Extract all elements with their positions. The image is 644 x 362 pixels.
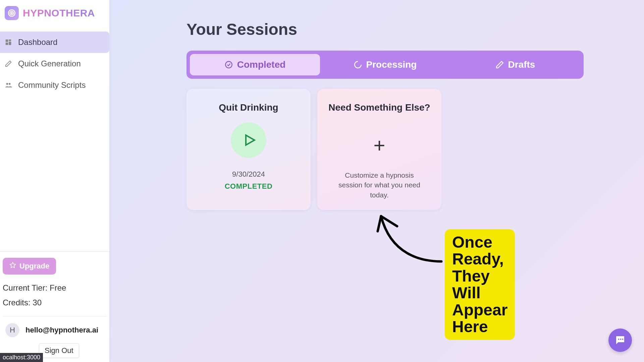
svg-point-11 — [620, 339, 622, 340]
svg-rect-6 — [6, 43, 8, 45]
annotation-label: Once Ready, They Will Appear Here — [445, 229, 515, 340]
session-status: COMPLETED — [225, 182, 273, 191]
chat-icon — [614, 334, 626, 346]
pencil-icon — [5, 60, 12, 67]
signout-button[interactable]: Sign Out — [39, 343, 79, 358]
tab-label: Completed — [237, 59, 286, 70]
sidebar-nav: Dashboard Quick Generation Community Scr… — [0, 28, 109, 96]
chat-button[interactable] — [608, 328, 632, 352]
session-date: 9/30/2024 — [232, 170, 265, 179]
sidebar-item-community-scripts[interactable]: Community Scripts — [0, 74, 109, 96]
tier-label: Current Tier: Free — [3, 281, 107, 295]
tab-drafts[interactable]: Drafts — [450, 54, 580, 75]
avatar: H — [5, 323, 19, 337]
sidebar-item-label: Community Scripts — [18, 80, 86, 90]
tab-label: Processing — [366, 59, 417, 70]
plus-icon: + — [373, 134, 385, 157]
new-session-card[interactable]: Need Something Else? + Customize a hypno… — [317, 89, 441, 210]
svg-rect-3 — [6, 40, 8, 42]
spinner-icon — [354, 60, 362, 69]
sidebar: HYPNOTHERA Dashboard Quick Generation Co… — [0, 0, 109, 362]
play-button[interactable] — [231, 122, 266, 158]
upgrade-button[interactable]: Upgrade — [3, 258, 56, 275]
sidebar-item-label: Quick Generation — [18, 59, 81, 68]
logo[interactable]: HYPNOTHERA — [0, 0, 109, 28]
session-cards: Quit Drinking 9/30/2024 COMPLETED Need S… — [186, 89, 584, 210]
svg-point-10 — [618, 339, 620, 340]
check-circle-icon — [224, 60, 233, 69]
tabs: Completed Processing Drafts — [186, 51, 584, 79]
tab-label: Drafts — [508, 59, 535, 70]
logo-icon — [5, 6, 19, 20]
sidebar-item-label: Dashboard — [18, 38, 57, 47]
tab-processing[interactable]: Processing — [320, 54, 450, 75]
tab-completed[interactable]: Completed — [190, 54, 320, 75]
status-bar: ocalhost:3000 — [0, 353, 43, 362]
svg-point-9 — [225, 61, 232, 68]
pencil-icon — [495, 60, 504, 69]
session-title: Quit Drinking — [219, 102, 278, 113]
new-card-description: Customize a hypnosis session for what yo… — [332, 170, 426, 200]
credits-label: Credits: 30 — [3, 295, 107, 310]
svg-point-7 — [6, 83, 8, 85]
main-content: Your Sessions Completed Processing Draft… — [109, 0, 644, 362]
sidebar-footer: Upgrade Current Tier: Free Credits: 30 H… — [0, 251, 109, 362]
svg-rect-5 — [9, 42, 11, 45]
upgrade-label: Upgrade — [19, 262, 49, 270]
svg-point-12 — [622, 339, 624, 340]
svg-point-2 — [11, 12, 12, 13]
new-card-title: Need Something Else? — [328, 102, 430, 113]
arrow-icon — [374, 211, 448, 272]
star-icon — [9, 262, 16, 270]
svg-point-8 — [9, 83, 10, 85]
dashboard-icon — [5, 39, 12, 46]
account-row[interactable]: H hello@hypnothera.ai — [5, 323, 104, 337]
sidebar-item-quick-generation[interactable]: Quick Generation — [0, 53, 109, 74]
page-title: Your Sessions — [186, 20, 584, 39]
svg-rect-4 — [9, 40, 11, 41]
sidebar-item-dashboard[interactable]: Dashboard — [0, 32, 109, 53]
people-icon — [5, 81, 12, 89]
session-card[interactable]: Quit Drinking 9/30/2024 COMPLETED — [186, 89, 311, 210]
logo-text: HYPNOTHERA — [23, 7, 95, 19]
account-email: hello@hypnothera.ai — [25, 326, 98, 335]
play-icon — [242, 133, 257, 147]
